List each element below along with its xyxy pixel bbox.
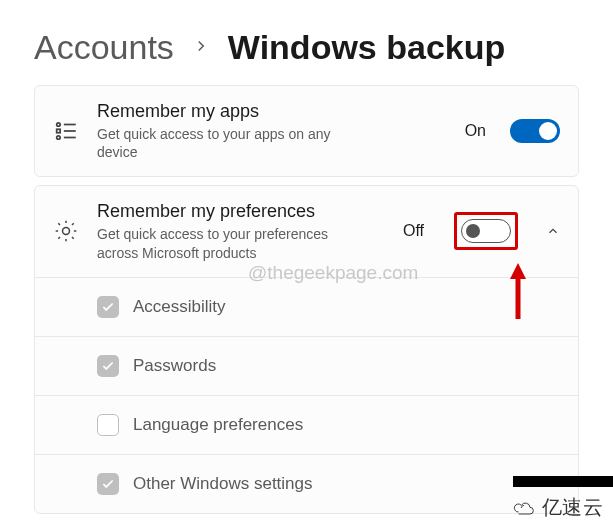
card-header[interactable]: Remember my preferences Get quick access… <box>35 186 578 276</box>
list-icon <box>53 118 79 144</box>
chevron-right-icon <box>192 35 210 61</box>
breadcrumb-parent[interactable]: Accounts <box>34 28 174 67</box>
brand-text: 亿速云 <box>542 494 604 521</box>
breadcrumb: Accounts Windows backup <box>0 0 613 85</box>
preferences-sub-list: Accessibility Passwords Language prefere… <box>35 277 578 513</box>
toggle-state-label: On <box>465 122 492 140</box>
sub-item-label: Accessibility <box>133 297 226 317</box>
checkbox[interactable] <box>97 296 119 318</box>
toggle-state-label: Off <box>403 222 430 240</box>
card-remember-apps: Remember my apps Get quick access to you… <box>34 85 579 177</box>
card-title: Remember my apps <box>97 100 447 123</box>
card-description: Get quick access to your apps on any dev… <box>97 125 337 163</box>
sub-item-label: Language preferences <box>133 415 303 435</box>
gear-icon <box>53 218 79 244</box>
card-text: Remember my apps Get quick access to you… <box>97 100 447 162</box>
card-text: Remember my preferences Get quick access… <box>97 200 385 262</box>
cloud-icon <box>510 500 538 516</box>
toggle-remember-apps[interactable] <box>510 119 560 143</box>
chevron-up-icon[interactable] <box>546 224 560 238</box>
settings-list: Remember my apps Get quick access to you… <box>0 85 613 514</box>
checkbox[interactable] <box>97 355 119 377</box>
sub-item-language[interactable]: Language preferences <box>35 396 578 455</box>
svg-point-4 <box>57 136 60 139</box>
checkbox[interactable] <box>97 473 119 495</box>
annotation-highlight <box>454 212 518 250</box>
sub-item-label: Passwords <box>133 356 216 376</box>
sub-item-passwords[interactable]: Passwords <box>35 337 578 396</box>
card-header[interactable]: Remember my apps Get quick access to you… <box>35 86 578 176</box>
sub-item-other[interactable]: Other Windows settings <box>35 455 578 513</box>
brand-watermark: 亿速云 <box>510 494 604 521</box>
toggle-remember-preferences[interactable] <box>461 219 511 243</box>
svg-point-6 <box>63 228 70 235</box>
black-bar <box>513 476 613 487</box>
checkbox[interactable] <box>97 414 119 436</box>
svg-point-0 <box>57 123 60 126</box>
page-title: Windows backup <box>228 28 505 67</box>
card-description: Get quick access to your preferences acr… <box>97 225 337 263</box>
sub-item-label: Other Windows settings <box>133 474 313 494</box>
card-remember-preferences: Remember my preferences Get quick access… <box>34 185 579 513</box>
sub-item-accessibility[interactable]: Accessibility <box>35 278 578 337</box>
card-title: Remember my preferences <box>97 200 385 223</box>
svg-rect-2 <box>57 129 60 132</box>
